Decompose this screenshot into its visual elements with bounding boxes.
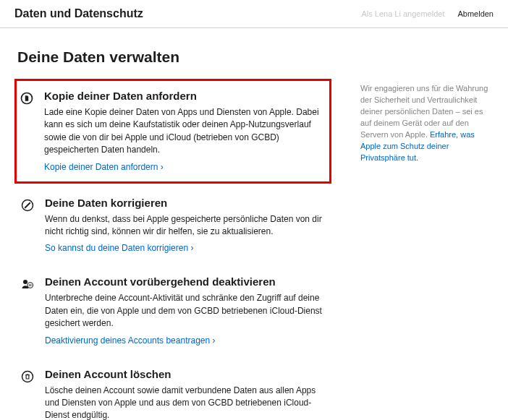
edit-icon xyxy=(20,198,35,213)
page-title: Deine Daten verwalten xyxy=(17,48,331,66)
content-wrapper: Deine Daten verwalten Kopie deiner Daten… xyxy=(0,28,508,420)
svg-point-6 xyxy=(22,371,33,382)
section-title: Deinen Account löschen xyxy=(45,368,326,380)
logout-link[interactable]: Abmelden xyxy=(457,9,494,18)
user-status: Als Lena Li angemeldet xyxy=(361,9,444,18)
section-delete-account: Deinen Account löschen Lösche deinen Acc… xyxy=(17,359,331,420)
sidebar-text: Wir engagieren uns für die Wahrung der S… xyxy=(360,83,491,164)
main-column: Deine Daten verwalten Kopie deiner Daten… xyxy=(17,48,331,420)
svg-rect-4 xyxy=(29,284,30,286)
section-title: Deine Daten korrigieren xyxy=(45,197,326,209)
document-icon xyxy=(20,91,34,106)
section-body: Deine Daten korrigieren Wenn du denkst, … xyxy=(45,197,326,254)
section-body: Deinen Account vorübergehend deaktiviere… xyxy=(45,275,326,346)
section-desc: Lösche deinen Account sowie damit verbun… xyxy=(45,385,326,420)
section-link-copy[interactable]: Kopie deiner Daten anfordern › xyxy=(44,162,164,172)
header-title: Daten und Datenschutz xyxy=(14,7,143,20)
section-deactivate-account: Deinen Account vorübergehend deaktiviere… xyxy=(17,267,331,354)
section-link-deactivate[interactable]: Deaktivierung deines Accounts beantragen… xyxy=(45,335,215,346)
sidebar: Wir engagieren uns für die Wahrung der S… xyxy=(360,48,491,420)
pause-user-icon xyxy=(20,277,35,291)
section-title: Deinen Account vorübergehend deaktiviere… xyxy=(45,275,326,288)
svg-point-2 xyxy=(23,280,27,284)
section-body: Kopie deiner Daten anfordern Lade eine K… xyxy=(44,90,323,173)
trash-icon xyxy=(20,369,35,384)
section-copy-data: Kopie deiner Daten anfordern Lade eine K… xyxy=(14,79,331,184)
section-link-correct[interactable]: So kannst du deine Daten korrigieren › xyxy=(45,243,193,253)
svg-rect-5 xyxy=(30,284,31,286)
section-desc: Unterbreche deine Account-Aktivität und … xyxy=(45,292,326,330)
section-title: Kopie deiner Daten anfordern xyxy=(44,90,323,102)
header-right: Als Lena Li angemeldet Abmelden xyxy=(361,9,494,18)
section-desc: Wenn du denkst, dass bei Apple gespeiche… xyxy=(45,213,326,239)
section-desc: Lade eine Kopie deiner Daten von Apps un… xyxy=(44,106,323,157)
page-header: Daten und Datenschutz Als Lena Li angeme… xyxy=(0,0,508,28)
svg-point-3 xyxy=(27,283,33,288)
section-correct-data: Deine Daten korrigieren Wenn du denkst, … xyxy=(17,188,331,263)
section-body: Deinen Account löschen Lösche deinen Acc… xyxy=(45,368,326,420)
